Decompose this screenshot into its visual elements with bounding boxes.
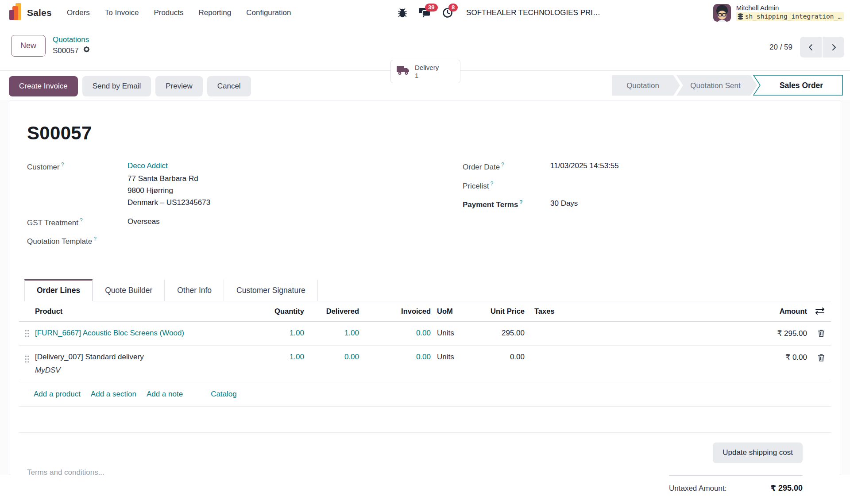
uom-cell[interactable]: Units — [431, 346, 463, 369]
product-name[interactable]: [Delivery_007] Standard delivery — [35, 353, 252, 362]
drag-handle-icon[interactable] — [19, 346, 35, 363]
catalog-link[interactable]: Catalog — [211, 390, 237, 399]
send-by-email-button[interactable]: Send by Email — [82, 76, 151, 96]
col-taxes[interactable]: Taxes — [525, 301, 653, 321]
taxes-cell[interactable] — [525, 326, 653, 340]
app-brand[interactable]: Sales — [9, 2, 52, 23]
delivery-smart-button[interactable]: Delivery 1 — [390, 60, 460, 83]
invoiced-cell[interactable]: 0.00 — [359, 322, 431, 345]
activities-badge: 8 — [448, 4, 458, 12]
address-line: 9800 Hjørring — [128, 185, 387, 196]
col-amount[interactable]: Amount — [653, 301, 807, 321]
gst-treatment-value[interactable]: Overseas — [128, 217, 387, 227]
pager-previous-button[interactable] — [800, 37, 822, 58]
terms-and-conditions-placeholder[interactable]: Terms and conditions... — [27, 468, 104, 477]
customer-value[interactable]: Deco Addict — [128, 162, 387, 172]
delete-line-icon[interactable] — [807, 329, 831, 337]
invoiced-cell[interactable]: 0.00 — [359, 346, 431, 369]
main-menu: Orders To Invoice Products Reporting Con… — [67, 8, 291, 17]
product-cell[interactable]: [Delivery_007] Standard delivery MyDSV — [35, 346, 252, 382]
top-navbar: Sales Orders To Invoice Products Reporti… — [0, 0, 850, 25]
sales-order-form: S00057 Customer? Deco Addict 77 Santa Ba… — [10, 100, 840, 475]
customer-address: 77 Santa Barbara Rd 9800 Hjørring Denmar… — [128, 173, 387, 208]
menu-reporting[interactable]: Reporting — [199, 8, 232, 17]
messages-icon[interactable]: 39 — [419, 8, 431, 18]
add-a-section-link[interactable]: Add a section — [91, 390, 136, 399]
gst-treatment-label: GST Treatment? — [27, 217, 128, 227]
menu-to-invoice[interactable]: To Invoice — [105, 8, 139, 17]
pricelist-label: Pricelist? — [463, 181, 550, 191]
statusbar-label-sales-order[interactable]: Sales Order — [780, 81, 823, 90]
delete-line-icon[interactable] — [807, 346, 831, 362]
help-marker: ? — [93, 236, 97, 242]
payment-terms-value[interactable]: 30 Days — [550, 199, 823, 209]
user-menu[interactable]: Mitchell Admin sh_shipping_integration_… — [695, 4, 844, 22]
col-delivered[interactable]: Delivered — [304, 301, 359, 321]
order-lines-table: Product Quantity Delivered Invoiced UoM … — [19, 301, 831, 407]
delivery-count: 1 — [415, 72, 439, 79]
amount-cell: ₹ 0.00 — [653, 346, 807, 369]
statusbar: Quotation Quotation Sent Sales Order — [611, 75, 843, 98]
taxes-cell[interactable] — [525, 346, 653, 360]
help-marker: ? — [491, 181, 494, 187]
help-marker: ? — [519, 199, 522, 205]
order-line-row[interactable]: [Delivery_007] Standard delivery MyDSV 1… — [19, 346, 831, 382]
statusbar-label-quotation[interactable]: Quotation — [626, 81, 659, 90]
cancel-button[interactable]: Cancel — [207, 76, 251, 96]
breadcrumb: Quotations S00057 — [53, 35, 91, 57]
gear-icon[interactable] — [82, 45, 91, 57]
menu-orders[interactable]: Orders — [67, 8, 90, 17]
quantity-cell[interactable]: 1.00 — [252, 322, 304, 345]
new-button[interactable]: New — [11, 35, 46, 57]
quantity-cell[interactable]: 1.00 — [252, 346, 304, 369]
preview-button[interactable]: Preview — [155, 76, 202, 96]
add-a-note-link[interactable]: Add a note — [147, 390, 183, 399]
right-field-group: Order Date? 11/03/2025 14:53:55 Pricelis… — [463, 162, 823, 255]
create-invoice-button[interactable]: Create Invoice — [9, 76, 78, 96]
notebook-tabs: Order Lines Quote Builder Other Info Cus… — [24, 279, 831, 301]
activities-clock-icon[interactable]: 8 — [442, 8, 453, 18]
statusbar-label-quotation-sent[interactable]: Quotation Sent — [690, 81, 741, 90]
col-uom[interactable]: UoM — [431, 301, 463, 321]
delivered-cell[interactable]: 0.00 — [304, 346, 359, 369]
debug-bug-icon[interactable] — [398, 8, 407, 18]
add-a-product-link[interactable]: Add a product — [34, 390, 81, 399]
table-header-row: Product Quantity Delivered Invoiced UoM … — [19, 301, 831, 322]
product-cell[interactable]: [FURN_6667] Acoustic Bloc Screens (Wood) — [35, 322, 252, 345]
tab-order-lines[interactable]: Order Lines — [24, 279, 93, 301]
company-switcher[interactable]: SOFTHEALER TECHNOLOGIES PRI… — [466, 8, 600, 17]
optional-columns-icon[interactable] — [807, 307, 831, 315]
order-date-value[interactable]: 11/03/2025 14:53:55 — [550, 162, 823, 172]
app-name[interactable]: Sales — [27, 8, 52, 18]
unit-price-cell[interactable]: 0.00 — [463, 346, 525, 369]
tab-other-info[interactable]: Other Info — [165, 279, 224, 301]
uom-cell[interactable]: Units — [431, 322, 463, 345]
order-line-row[interactable]: [FURN_6667] Acoustic Bloc Screens (Wood)… — [19, 322, 831, 346]
odoo-apps-logo[interactable] — [9, 2, 22, 23]
amount-cell: ₹ 295.00 — [653, 322, 807, 345]
help-marker: ? — [61, 162, 64, 168]
drag-handle-icon[interactable] — [19, 330, 35, 337]
update-shipping-cost-button[interactable]: Update shipping cost — [713, 442, 803, 463]
unit-price-cell[interactable]: 295.00 — [463, 322, 525, 345]
col-invoiced[interactable]: Invoiced — [359, 301, 431, 321]
untaxed-amount-label: Untaxed Amount: — [669, 484, 726, 493]
delivery-label: Delivery — [415, 64, 439, 71]
user-avatar[interactable] — [713, 4, 731, 22]
menu-configuration[interactable]: Configuration — [246, 8, 291, 17]
delivered-cell[interactable]: 1.00 — [304, 322, 359, 345]
col-unit-price[interactable]: Unit Price — [463, 301, 525, 321]
quotation-template-value[interactable] — [128, 236, 387, 246]
tab-quote-builder[interactable]: Quote Builder — [93, 279, 165, 301]
product-description[interactable]: MyDSV — [35, 366, 252, 375]
tab-customer-signature[interactable]: Customer Signature — [224, 279, 318, 301]
truck-icon — [396, 65, 410, 78]
breadcrumb-quotations[interactable]: Quotations — [53, 35, 91, 45]
menu-products[interactable]: Products — [154, 8, 183, 17]
pager-next-button[interactable] — [823, 37, 844, 58]
address-line: Denmark – US12345673 — [128, 196, 387, 208]
col-quantity[interactable]: Quantity — [252, 301, 304, 321]
col-product[interactable]: Product — [35, 301, 252, 321]
pricelist-value[interactable] — [550, 181, 823, 191]
order-line-footer-links: Add a product Add a section Add a note C… — [19, 382, 831, 407]
